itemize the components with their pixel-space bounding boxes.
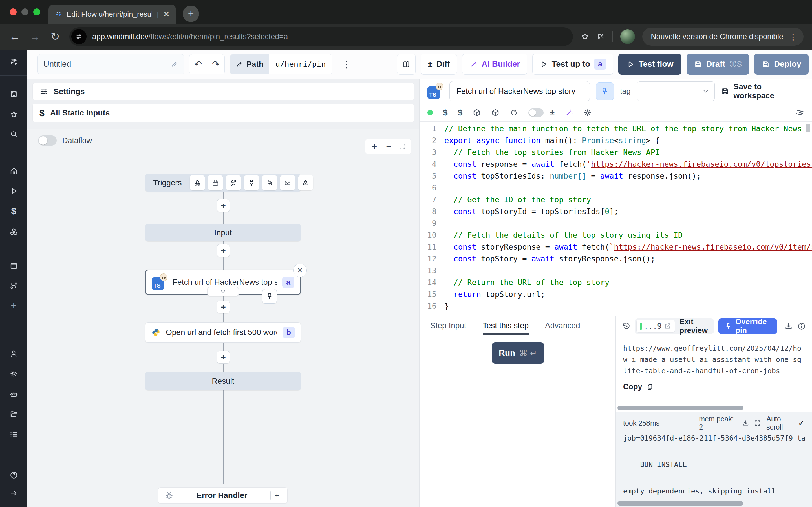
extensions-puzzle-icon[interactable] (597, 33, 605, 41)
ai-builder-button[interactable]: AI Builder (462, 54, 527, 75)
tab-advanced[interactable]: Advanced (545, 316, 580, 335)
sidebar-item-help-icon[interactable] (10, 471, 18, 480)
download-result-icon[interactable] (784, 322, 793, 330)
forward-button[interactable]: → (29, 31, 41, 43)
library-icon[interactable] (795, 107, 805, 117)
flow-name-box[interactable] (38, 54, 184, 74)
window-minimize-button[interactable] (21, 8, 29, 15)
add-step-button[interactable]: + (217, 351, 230, 363)
sidebar-item-runs-icon[interactable] (10, 187, 18, 195)
sidebar-item-home-icon[interactable] (10, 167, 18, 175)
watch-trigger-icon[interactable] (298, 175, 313, 190)
test-up-to-step-badge[interactable]: a (594, 59, 606, 69)
editor-toggle[interactable] (528, 108, 544, 117)
route-trigger-icon[interactable] (226, 175, 241, 190)
logs-panel[interactable]: took 258ms mem peak: 2 Auto scroll ✓ job… (616, 411, 812, 507)
variable-picker-icon[interactable]: $ (443, 108, 448, 117)
path-label-segment[interactable]: Path (230, 54, 269, 74)
draft-button[interactable]: Draft ⌘S (687, 54, 749, 75)
sidebar-item-search-icon[interactable] (10, 130, 18, 138)
sidebar-item-resources-icon[interactable] (10, 228, 18, 236)
sidebar-item-schedules-icon[interactable] (10, 262, 18, 270)
test-flow-button[interactable]: Test flow (618, 54, 681, 75)
more-options-icon[interactable]: ⋮ (338, 59, 356, 70)
step-node-b[interactable]: Open url and fetch first 500 words of ..… (145, 322, 301, 342)
add-step-button[interactable]: + (217, 199, 230, 212)
open-job-external-icon[interactable] (664, 323, 671, 330)
collapse-chevron-icon[interactable] (207, 287, 239, 296)
zoom-in-button[interactable]: + (367, 142, 382, 152)
info-icon[interactable] (797, 322, 806, 330)
logs-scrollbar[interactable] (616, 404, 812, 411)
sidebar-item-workers-icon[interactable] (10, 390, 18, 399)
error-handler-node[interactable]: Error Handler + (158, 487, 288, 504)
dataflow-toggle[interactable] (38, 135, 57, 146)
sidebar-item-variables-icon[interactable]: $ (11, 206, 16, 216)
bookmark-star-icon[interactable] (581, 33, 589, 41)
profile-avatar[interactable] (620, 29, 635, 44)
diff-button[interactable]: ± Diff (421, 54, 457, 75)
site-settings-icon[interactable] (71, 29, 87, 44)
expand-logs-icon[interactable] (754, 419, 761, 427)
job-run-badge[interactable]: ...9 (637, 320, 675, 333)
run-button[interactable]: Run ⌘ ↵ (492, 342, 544, 363)
flow-settings-row[interactable]: Settings (33, 83, 414, 100)
tab-close-icon[interactable]: ✕ (163, 10, 170, 19)
email-trigger-icon[interactable] (280, 175, 295, 190)
flow-canvas[interactable]: Dataflow + − Triggers (28, 129, 419, 507)
new-tab-button[interactable]: + (183, 6, 199, 22)
reload-button[interactable]: ↻ (49, 31, 61, 43)
step-node-a[interactable]: TS Fetch url of HackerNews top story a ✕ (145, 270, 301, 295)
edit-pencil-icon[interactable] (171, 61, 178, 68)
zoom-out-button[interactable]: − (382, 142, 396, 152)
code-editor[interactable]: 12345678910111213141516 // Define the ma… (419, 122, 812, 316)
remove-step-icon[interactable]: ✕ (293, 264, 307, 277)
tab-step-input[interactable]: Step Input (430, 316, 466, 335)
result-node[interactable]: Result (145, 372, 301, 390)
static-inputs-icon[interactable]: $ (458, 108, 463, 117)
address-bar[interactable]: app.windmill.dev/flows/edit/u/henri/pin_… (69, 27, 573, 46)
deploy-button[interactable]: Deploy (754, 54, 809, 75)
add-step-button[interactable]: + (217, 244, 230, 257)
history-icon[interactable] (622, 322, 630, 330)
chrome-menu-icon[interactable]: ⋮ (789, 32, 797, 42)
chrome-update-pill[interactable]: Nouvelle version de Chrome disponible ⋮ (642, 27, 804, 46)
sidebar-expand-icon[interactable] (10, 489, 18, 497)
window-zoom-button[interactable] (33, 8, 40, 15)
exit-preview-button[interactable]: Exit preview (679, 318, 709, 335)
download-logs-icon[interactable] (742, 419, 749, 427)
step-title-input[interactable] (449, 81, 590, 101)
sidebar-item-folders-icon[interactable] (10, 410, 18, 418)
kafka-trigger-icon[interactable] (262, 175, 277, 190)
http-trigger-icon[interactable] (244, 175, 259, 190)
sidebar-item-settings-icon[interactable] (10, 370, 18, 378)
redo-button[interactable]: ↷ (207, 54, 224, 74)
reload-icon[interactable] (510, 108, 518, 117)
add-error-handler-icon[interactable]: + (270, 490, 283, 501)
undo-button[interactable]: ↶ (190, 54, 207, 74)
fit-view-icon[interactable] (399, 143, 406, 150)
sidebar-item-users-icon[interactable] (10, 349, 18, 358)
copy-result-button[interactable]: Copy (623, 381, 805, 392)
flow-name-input[interactable] (43, 59, 171, 69)
auto-scroll-checkbox[interactable]: ✓ (798, 418, 805, 428)
sidebar-item-favorites-icon[interactable] (10, 110, 18, 119)
tag-select[interactable] (637, 81, 715, 101)
pinned-step-icon[interactable] (262, 289, 277, 304)
editor-settings-icon[interactable] (583, 108, 592, 117)
package-icon[interactable] (472, 108, 481, 117)
browser-tab[interactable]: Edit Flow u/henri/pin_results | ✕ (49, 4, 176, 24)
logs-scrollbar-bottom[interactable] (617, 501, 743, 506)
sidebar-item-add-icon[interactable]: + (11, 300, 17, 312)
all-static-inputs-row[interactable]: $ All Static Inputs (33, 104, 414, 122)
diff-icon[interactable]: ± (550, 108, 554, 117)
windmill-logo-icon[interactable] (9, 57, 18, 67)
package-lock-icon[interactable] (491, 108, 500, 117)
window-close-button[interactable] (10, 8, 17, 15)
docs-button[interactable] (397, 54, 416, 75)
ai-wand-icon[interactable] (565, 108, 573, 117)
sidebar-item-flows-icon[interactable] (10, 281, 18, 290)
pin-toggle-button[interactable] (596, 82, 614, 100)
tab-test-this-step[interactable]: Test this step (483, 316, 529, 335)
override-pin-button[interactable]: Override pin (718, 318, 777, 334)
